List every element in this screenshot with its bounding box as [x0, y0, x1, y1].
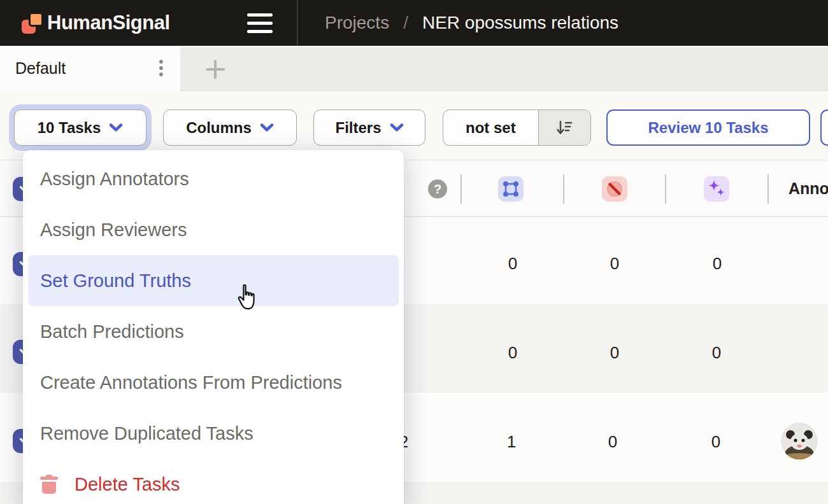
skipped-count: 0 — [608, 432, 617, 452]
review-tasks-button[interactable]: Review 10 Tasks — [606, 109, 810, 146]
column-divider — [665, 174, 666, 204]
tab-strip-background — [180, 47, 828, 91]
breadcrumb-separator: / — [403, 13, 408, 33]
skipped-count: 0 — [610, 343, 619, 363]
tab-default-label: Default — [15, 46, 66, 91]
breadcrumb-project-title: NER opossums relations — [422, 13, 618, 33]
tab-default[interactable]: Default — [0, 46, 180, 91]
chevron-down-icon — [260, 123, 274, 132]
sort-direction-button[interactable] — [538, 110, 590, 145]
help-glyph: ? — [434, 182, 441, 197]
column-divider — [563, 174, 564, 204]
view-tab-bar: Default — [0, 46, 828, 91]
columns-label: Columns — [186, 119, 252, 137]
hamburger-menu-icon[interactable] — [247, 12, 273, 34]
filters-label: Filters — [335, 119, 381, 137]
predictions-count: 0 — [712, 343, 721, 363]
skipped-count: 0 — [610, 254, 619, 274]
column-divider — [767, 174, 769, 204]
menu-item-delete-tasks[interactable]: Delete Tasks — [23, 459, 404, 504]
pointer-hand-cursor — [236, 284, 260, 314]
humansignal-logo-icon[interactable] — [22, 12, 43, 34]
annotations-region-icon[interactable] — [498, 176, 524, 202]
top-navigation-bar: HumanSignal Projects / NER opossums rela… — [0, 0, 828, 46]
topbar-divider — [297, 0, 298, 46]
annotated-by-column-header[interactable]: Annota — [789, 160, 828, 217]
tasks-actions-menu: Assign Annotators Assign Reviewers Set G… — [23, 150, 404, 504]
annotations-count: 0 — [508, 254, 517, 274]
ordering-control[interactable]: not set — [443, 109, 591, 146]
menu-item-create-annotations-from-predictions[interactable]: Create Annotations From Predictions — [23, 357, 404, 408]
filters-dropdown-button[interactable]: Filters — [313, 109, 425, 146]
columns-dropdown-button[interactable]: Columns — [163, 109, 297, 146]
chevron-down-icon — [390, 123, 404, 132]
clipped-toolbar-button[interactable] — [820, 109, 828, 146]
brand-name[interactable]: HumanSignal — [47, 0, 170, 46]
add-tab-button[interactable] — [206, 60, 225, 79]
menu-item-batch-predictions[interactable]: Batch Predictions — [23, 306, 404, 357]
review-tasks-label: Review 10 Tasks — [648, 119, 768, 137]
sort-descending-icon — [555, 119, 573, 137]
tasks-actions-dropdown-button[interactable]: 10 Tasks — [14, 109, 146, 146]
menu-item-assign-annotators[interactable]: Assign Annotators — [23, 153, 404, 204]
predictions-sparkles-icon[interactable] — [704, 176, 729, 202]
tab-options-kebab-icon[interactable] — [157, 60, 166, 79]
menu-item-remove-duplicated-tasks[interactable]: Remove Duplicated Tasks — [23, 408, 404, 459]
breadcrumb: Projects / NER opossums relations — [325, 0, 618, 46]
help-circle-icon[interactable]: ? — [428, 179, 447, 199]
tasks-actions-label: 10 Tasks — [38, 119, 101, 137]
trash-icon — [40, 475, 58, 494]
predictions-count: 0 — [711, 432, 720, 452]
chevron-down-icon — [109, 123, 123, 132]
opossum-avatar[interactable] — [781, 423, 818, 459]
predictions-count: 0 — [713, 254, 722, 274]
breadcrumb-projects-link[interactable]: Projects — [325, 13, 389, 33]
ordering-value[interactable]: not set — [443, 119, 538, 137]
skipped-icon[interactable] — [602, 176, 627, 202]
annotations-count: 0 — [508, 343, 517, 363]
annotations-count: 1 — [507, 432, 516, 452]
delete-tasks-label: Delete Tasks — [75, 474, 180, 495]
logo-amber-square — [29, 12, 43, 27]
column-divider — [460, 174, 462, 204]
menu-item-assign-reviewers[interactable]: Assign Reviewers — [23, 204, 404, 255]
menu-item-set-ground-truths[interactable]: Set Ground Truths — [28, 255, 399, 306]
